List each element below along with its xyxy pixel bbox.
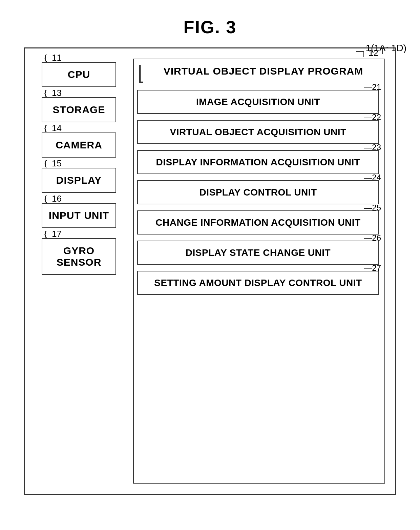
storage-wrapper: 13 { STORAGE <box>42 97 116 122</box>
diagram-wrapper: 1(1A~1D) 11 { CPU 13 { STORAGE <box>24 47 396 495</box>
display-block: DISPLAY <box>42 168 116 193</box>
sw-block-setting-amount-wrapper: —27 SETTING AMOUNT DISPLAY CONTROL UNIT <box>137 271 379 295</box>
gyro-block: GYRO SENSOR <box>42 238 116 275</box>
sw-block-virtual-obj: VIRTUAL OBJECT ACQUISITION UNIT <box>137 120 379 144</box>
gyro-wrapper: 17 { GYRO SENSOR <box>42 238 116 275</box>
camera-wrapper: 14 { CAMERA <box>42 132 116 158</box>
camera-brace: { <box>44 124 47 132</box>
fig-title: FIG. 3 <box>184 17 236 37</box>
program-title-area: ⌊ VIRTUAL OBJECT DISPLAY PROGRAM <box>137 65 379 85</box>
cpu-block: CPU <box>42 62 116 87</box>
sw-block-21-id: —21 <box>364 82 381 92</box>
display-wrapper: 15 { DISPLAY <box>42 168 116 193</box>
input-unit-wrapper: 16 { INPUT UNIT <box>42 203 116 228</box>
right-column: 12 ⌊ VIRTUAL OBJECT DISPLAY PROGRAM —21 … <box>133 59 385 484</box>
program-left-brace: ⌊ <box>137 63 145 84</box>
storage-id: 13 <box>52 88 62 98</box>
gyro-brace: { <box>44 229 47 238</box>
camera-block: CAMERA <box>42 132 116 158</box>
sw-block-24-id: —24 <box>364 173 381 182</box>
program-title-text: VIRTUAL OBJECT DISPLAY PROGRAM <box>148 65 379 78</box>
gyro-id: 17 <box>52 229 62 239</box>
cpu-wrapper: 11 { CPU <box>42 62 116 87</box>
main-diagram-box: 11 { CPU 13 { STORAGE 14 { CAMERA <box>24 47 396 495</box>
sw-block-23-id: —23 <box>364 143 381 152</box>
display-id: 15 <box>52 158 62 169</box>
sw-block-display-ctrl-wrapper: —24 DISPLAY CONTROL UNIT <box>137 180 379 204</box>
sw-block-26-id: —26 <box>364 233 381 243</box>
input-unit-brace: { <box>44 194 47 203</box>
sw-block-display-info: DISPLAY INFORMATION ACQUISITION UNIT <box>137 150 379 174</box>
sw-block-image-acq-wrapper: —21 IMAGE ACQUISITION UNIT <box>137 90 379 114</box>
camera-id: 14 <box>52 123 62 134</box>
input-unit-block: INPUT UNIT <box>42 203 116 228</box>
sw-block-change-info-wrapper: —25 CHANGE INFORMATION ACQUISITION UNIT <box>137 210 379 235</box>
input-unit-id: 16 <box>52 193 62 204</box>
sw-block-25-id: —25 <box>364 203 381 212</box>
sw-block-display-info-wrapper: —23 DISPLAY INFORMATION ACQUISITION UNIT <box>137 150 379 174</box>
sw-block-change-info: CHANGE INFORMATION ACQUISITION UNIT <box>137 210 379 235</box>
right-col-id: 12 <box>369 48 378 58</box>
sw-block-image-acq: IMAGE ACQUISITION UNIT <box>137 90 379 114</box>
storage-block: STORAGE <box>42 97 116 122</box>
sw-block-setting-amount: SETTING AMOUNT DISPLAY CONTROL UNIT <box>137 271 379 295</box>
left-column: 11 { CPU 13 { STORAGE 14 { CAMERA <box>35 59 123 484</box>
sw-block-display-state: DISPLAY STATE CHANGE UNIT <box>137 241 379 265</box>
program-outer-box: ⌊ VIRTUAL OBJECT DISPLAY PROGRAM —21 IMA… <box>133 59 385 484</box>
sw-block-22-id: —22 <box>364 113 381 122</box>
sw-block-virtual-obj-wrapper: —22 VIRTUAL OBJECT ACQUISITION UNIT <box>137 120 379 144</box>
right-col-bracket <box>356 51 364 57</box>
sw-block-27-id: —27 <box>364 263 381 273</box>
storage-brace: { <box>44 88 47 97</box>
display-brace: { <box>44 159 47 168</box>
sw-block-display-state-wrapper: —26 DISPLAY STATE CHANGE UNIT <box>137 241 379 265</box>
cpu-id: 11 <box>52 53 62 63</box>
sw-block-display-ctrl: DISPLAY CONTROL UNIT <box>137 180 379 204</box>
cpu-brace: { <box>44 53 47 62</box>
